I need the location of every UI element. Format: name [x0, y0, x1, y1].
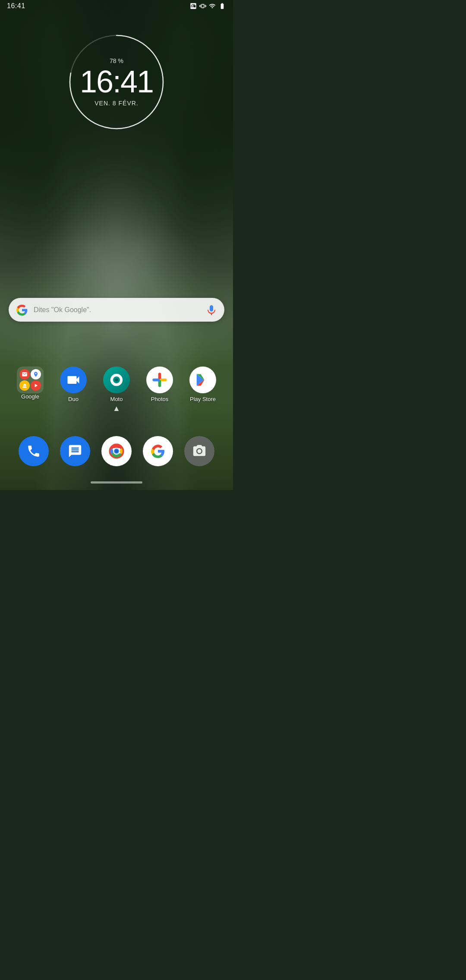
- dock-phone[interactable]: [19, 436, 49, 466]
- clock-widget: 78 % 16:41 VEN. 8 FÉVR.: [65, 30, 168, 134]
- dock-messages[interactable]: [60, 436, 90, 466]
- app-grid: Google Duo Moto: [0, 367, 233, 406]
- clock-time: 16:41: [80, 66, 153, 97]
- clock-content: 78 % 16:41 VEN. 8 FÉVR.: [80, 57, 153, 107]
- maps-mini-icon: [31, 369, 41, 379]
- dock-camera[interactable]: [184, 436, 214, 466]
- app-google-label: Google: [21, 393, 39, 400]
- app-google[interactable]: Google: [11, 367, 50, 400]
- photos-icon: [146, 367, 173, 393]
- google-folder-icon: [17, 367, 44, 393]
- app-play-store-label: Play Store: [190, 396, 216, 402]
- moto-icon: [103, 367, 130, 393]
- app-duo[interactable]: Duo: [54, 367, 93, 402]
- app-row-1: Google Duo Moto: [9, 367, 224, 402]
- play-mini-icon: [31, 380, 41, 391]
- app-moto[interactable]: Moto: [97, 367, 136, 402]
- play-store-icon: [189, 367, 216, 393]
- vibrate-icon: [199, 3, 206, 9]
- nfc-icon: [190, 3, 197, 9]
- app-play-store[interactable]: Play Store: [183, 367, 222, 402]
- app-photos-label: Photos: [151, 396, 168, 402]
- dock: [0, 436, 233, 466]
- svg-marker-6: [204, 378, 207, 382]
- app-duo-label: Duo: [68, 396, 79, 402]
- google-logo: [16, 303, 28, 316]
- app-photos[interactable]: Photos: [140, 367, 179, 402]
- status-bar: 16:41: [0, 0, 233, 12]
- search-placeholder: Dites "Ok Google".: [34, 306, 200, 314]
- drive-mini-icon: [19, 380, 30, 391]
- dock-chrome[interactable]: [101, 436, 132, 466]
- app-moto-label: Moto: [110, 396, 123, 402]
- wifi-icon: [209, 3, 216, 9]
- clock-date: VEN. 8 FÉVR.: [94, 100, 138, 107]
- svg-point-11: [115, 449, 118, 453]
- search-bar[interactable]: Dites "Ok Google".: [9, 298, 224, 322]
- dock-google[interactable]: [143, 436, 173, 466]
- swipe-up-indicator[interactable]: ▲: [113, 404, 120, 413]
- microphone-icon[interactable]: [205, 304, 217, 316]
- battery-percent: 78 %: [110, 57, 123, 64]
- status-icons: [190, 3, 226, 9]
- battery-icon: [218, 3, 226, 9]
- status-time: 16:41: [7, 2, 25, 10]
- svg-point-2: [115, 378, 118, 382]
- gmail-mini-icon: [19, 369, 30, 379]
- duo-icon: [60, 367, 87, 393]
- home-indicator[interactable]: [91, 481, 142, 484]
